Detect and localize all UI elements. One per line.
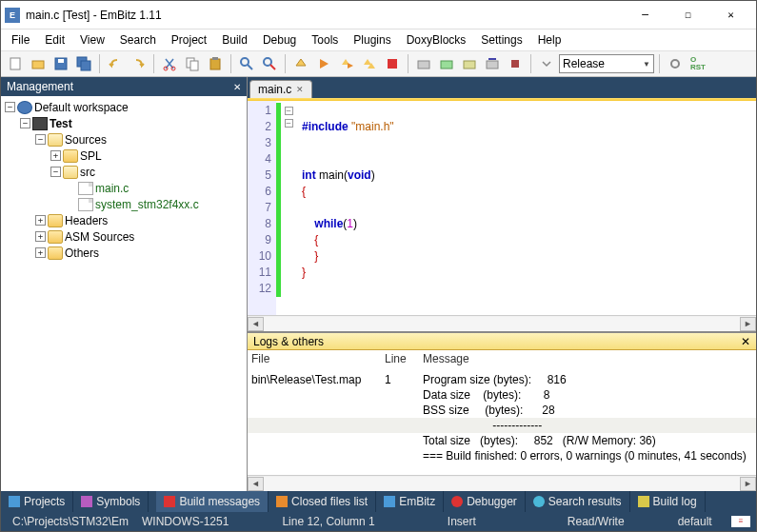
tree-expander[interactable]: − [20,118,30,128]
project-icon [32,117,48,130]
tab-build-messages[interactable]: Build messages [156,491,269,512]
menu-build[interactable]: Build [215,31,254,49]
flag-icon [164,496,175,507]
build-target-combo[interactable]: Release ▼ [559,54,654,73]
menu-doxyblocks[interactable]: DoxyBlocks [400,31,473,49]
tree-expander[interactable]: + [50,150,61,161]
editor-h-scrollbar[interactable]: ◄► [248,315,756,331]
build-icon[interactable] [290,53,311,74]
log-col-message[interactable]: Message [423,352,752,365]
window-title: main.c [Test] - EmBitz 1.11 [26,9,624,22]
fold-gutter[interactable]: −− [281,101,296,315]
others-label[interactable]: Others [65,246,99,260]
menu-settings[interactable]: Settings [474,31,528,49]
code-editor[interactable]: 123456789101112 −− #include #include "ma… [248,101,756,315]
rst-icon[interactable]: ORST [687,53,708,74]
menu-edit[interactable]: Edit [38,31,71,49]
menu-file[interactable]: File [5,31,36,49]
new-file-icon[interactable] [5,53,26,74]
undo-icon[interactable] [105,53,126,74]
menu-tools[interactable]: Tools [305,31,345,49]
code-content[interactable]: #include #include "main.h""main.h" int m… [296,101,756,315]
menu-plugins[interactable]: Plugins [347,31,397,49]
close-button[interactable]: ✕ [709,2,752,29]
settings-icon[interactable] [665,53,686,74]
tree-expander[interactable]: − [50,167,61,177]
debug-start-icon[interactable] [413,53,434,74]
file-icon [78,198,93,211]
svg-rect-3 [58,59,64,63]
menu-search[interactable]: Search [113,31,163,49]
status-encoding[interactable]: WINDOWS-1251 [136,515,234,528]
debug-stop-icon[interactable] [505,53,526,74]
menu-debug[interactable]: Debug [256,31,303,49]
tab-close-icon[interactable]: ✕ [296,85,304,94]
tab-search-results[interactable]: Search results [526,491,630,512]
paste-icon[interactable] [205,53,226,74]
status-lang-icon[interactable]: ≡ [731,516,750,527]
target-dropdown-icon[interactable] [536,53,557,74]
file-main-c[interactable]: main.c [95,182,129,195]
rebuild-icon[interactable] [359,53,380,74]
log-col-line[interactable]: Line [385,352,423,365]
no-entry-icon [451,496,463,507]
management-close-icon[interactable]: ✕ [233,82,241,92]
menu-view[interactable]: View [73,31,111,49]
replace-icon[interactable] [259,53,280,74]
tab-embitz[interactable]: EmBitz [376,491,444,512]
project-tree[interactable]: −Default workspace −Test −Sources +SPL −… [1,96,247,491]
logs-body[interactable]: File Line Message bin\Release\Test.map1P… [248,350,756,475]
bottom-tabs: Projects Symbols Build messages Closed f… [1,491,756,512]
headers-label[interactable]: Headers [65,214,108,227]
workspace-label[interactable]: Default workspace [34,101,129,114]
save-icon[interactable] [50,53,71,74]
tab-symbols[interactable]: Symbols [73,491,149,512]
status-insert-mode[interactable]: Insert [442,515,482,528]
folder-icon [63,149,78,163]
maximize-button[interactable]: ☐ [667,2,709,29]
logs-title: Logs & others [253,335,324,348]
redo-icon[interactable] [128,53,149,74]
build-run-icon[interactable] [336,53,357,74]
tree-expander[interactable]: − [35,134,46,145]
svg-rect-10 [210,59,220,69]
project-label[interactable]: Test [50,117,72,130]
run-icon[interactable] [313,53,334,74]
tab-closed-files[interactable]: Closed files list [269,491,376,512]
menu-help[interactable]: Help [531,31,568,49]
menu-project[interactable]: Project [165,31,213,49]
tree-expander[interactable]: − [5,102,15,112]
src-label[interactable]: src [80,166,95,179]
tree-expander[interactable]: + [35,231,46,242]
find-icon[interactable] [236,53,257,74]
title-bar: E main.c [Test] - EmBitz 1.11 ─ ☐ ✕ [1,1,756,30]
debug-step-icon[interactable] [459,53,480,74]
stop-build-icon[interactable] [382,53,403,74]
tree-expander[interactable]: + [35,247,46,258]
copy-icon[interactable] [182,53,203,74]
asm-label[interactable]: ASM Sources [65,230,134,244]
debug-continue-icon[interactable] [436,53,457,74]
cut-icon[interactable] [159,53,180,74]
log-msg: BSS size (bytes): 28 [423,403,752,418]
minimize-button[interactable]: ─ [624,2,667,29]
svg-rect-18 [441,61,452,69]
spl-label[interactable]: SPL [80,149,102,163]
tab-debugger[interactable]: Debugger [444,491,526,512]
log-col-file[interactable]: File [251,352,385,365]
logs-close-icon[interactable]: ✕ [741,335,750,348]
file-system-c[interactable]: system_stm32f4xx.c [95,198,199,211]
tab-projects[interactable]: Projects [1,491,73,512]
editor-tab-main-c[interactable]: main.c ✕ [249,80,312,98]
log-msg: Total size (bytes): 852 (R/W Memory: 36) [423,433,752,448]
sources-label[interactable]: Sources [65,133,107,147]
debug-step-over-icon[interactable] [482,53,503,74]
save-all-icon[interactable] [73,53,94,74]
tab-build-log[interactable]: Build log [630,491,706,512]
svg-rect-11 [212,57,218,60]
open-file-icon[interactable] [28,53,49,74]
svg-rect-1 [32,61,44,69]
logs-h-scrollbar[interactable]: ◄► [248,475,756,491]
tree-expander[interactable]: + [35,215,46,226]
svg-rect-0 [10,58,20,69]
